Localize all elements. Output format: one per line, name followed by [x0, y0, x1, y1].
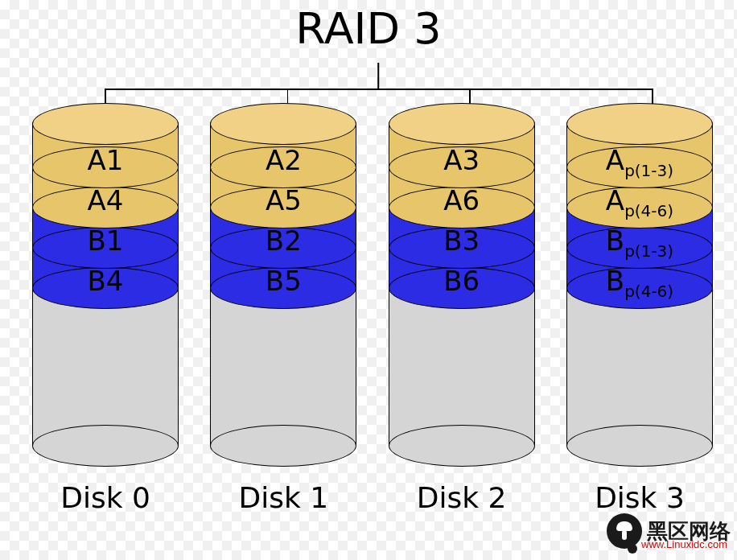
block-label: B6: [389, 267, 535, 294]
disk-label-0: Disk 0: [60, 481, 150, 514]
disk-cylinder-2: A3 A6 B3 B6: [389, 103, 535, 467]
disk-cylinder-1: A2 A5 B2 B5: [210, 103, 356, 467]
block-label-parity: Bp(4-6): [566, 267, 713, 299]
watermark: 黑区网络 www.Linuxidc.com: [607, 513, 731, 549]
block-label-parity: Ap(1-3): [566, 146, 713, 179]
diagram-title: RAID 3: [0, 3, 737, 54]
watermark-logo-icon: [607, 513, 642, 549]
disk-top-ellipse: [566, 103, 713, 145]
disk-label-2: Disk 2: [417, 481, 507, 514]
block-label: A2: [210, 146, 356, 174]
disk-label-1: Disk 1: [238, 481, 328, 514]
disk-bottom-ellipse: [389, 425, 535, 467]
disk-top-ellipse: [32, 103, 179, 145]
block-label: B4: [32, 267, 179, 294]
connector-stem: [377, 63, 379, 89]
disk-body: [566, 288, 713, 446]
disk-bottom-ellipse: [566, 425, 713, 467]
block-label: A1: [32, 146, 179, 174]
disk-column-0: A1 A4 B1 B4 Disk 0: [32, 103, 179, 514]
disk-top-ellipse: [210, 103, 356, 145]
connector-bar: [105, 89, 652, 90]
block-label: B1: [32, 227, 179, 254]
disk-bottom-ellipse: [32, 425, 179, 467]
disk-column-1: A2 A5 B2 B5 Disk 1: [210, 103, 356, 514]
disk-cylinder-0: A1 A4 B1 B4: [32, 103, 179, 467]
disk-columns: A1 A4 B1 B4 Disk 0 A2 A5 B2 B5 Disk 1: [32, 103, 713, 514]
block-label: B2: [210, 227, 356, 254]
block-label: A3: [389, 146, 535, 174]
block-label: A4: [32, 187, 179, 214]
block-label: B3: [389, 227, 535, 254]
disk-body: [389, 288, 535, 446]
disk-body: [210, 288, 356, 446]
disk-column-3: Ap(1-3) Ap(4-6) Bp(1-3) Bp(4-6) Disk 3: [566, 103, 713, 514]
block-label: A5: [210, 187, 356, 214]
block-label: A6: [389, 187, 535, 214]
watermark-url: www.Linuxidc.com: [641, 538, 727, 550]
disk-cylinder-3: Ap(1-3) Ap(4-6) Bp(1-3) Bp(4-6): [566, 103, 713, 467]
disk-top-ellipse: [389, 103, 535, 145]
block-label-parity: Bp(1-3): [566, 227, 713, 259]
disk-bottom-ellipse: [210, 425, 356, 467]
disk-body: [32, 288, 179, 446]
block-label-parity: Ap(4-6): [566, 187, 713, 219]
disk-label-3: Disk 3: [595, 481, 685, 514]
block-label: B5: [210, 267, 356, 294]
disk-column-2: A3 A6 B3 B6 Disk 2: [389, 103, 535, 514]
